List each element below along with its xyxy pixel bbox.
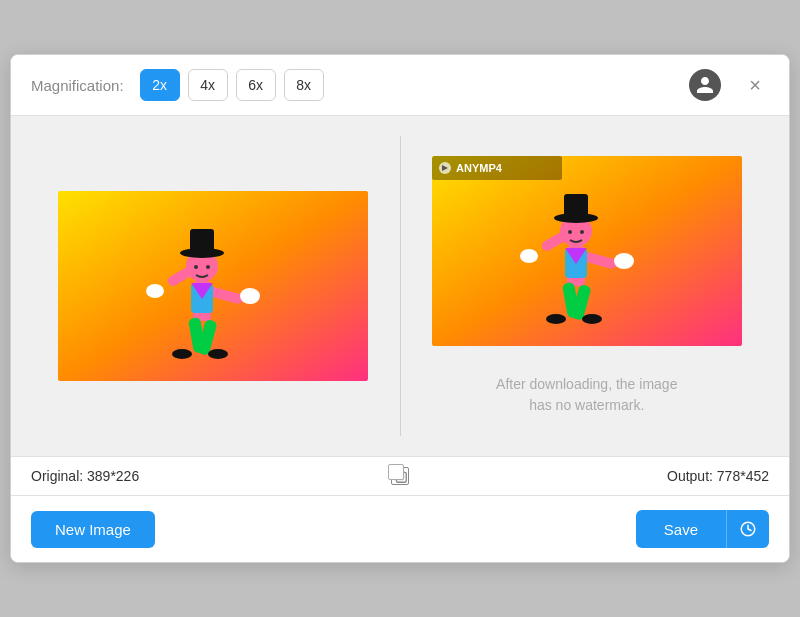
svg-rect-38 [396, 472, 406, 482]
svg-text:ANYMP4: ANYMP4 [456, 162, 503, 174]
history-icon [739, 520, 757, 538]
output-image: ANYMP4 [432, 156, 742, 346]
main-dialog: Magnification: 2x 4x 6x 8x × [10, 54, 790, 563]
copy-icon[interactable] [391, 467, 409, 485]
original-panel [31, 136, 396, 436]
save-group: Save [636, 510, 769, 548]
svg-point-6 [146, 284, 164, 298]
info-bar: Original: 389*226 Output: 778*452 [11, 456, 789, 496]
original-image-container [58, 191, 368, 381]
svg-point-13 [172, 349, 192, 359]
mag-btn-4x[interactable]: 4x [188, 69, 228, 101]
footer: New Image Save [11, 496, 789, 562]
mag-btn-8x[interactable]: 8x [284, 69, 324, 101]
new-image-button[interactable]: New Image [31, 511, 155, 548]
svg-point-33 [580, 230, 584, 234]
original-dimensions: Original: 389*226 [31, 468, 391, 484]
svg-point-25 [614, 253, 634, 269]
svg-point-16 [206, 265, 210, 269]
svg-rect-39 [394, 470, 404, 480]
svg-rect-21 [564, 194, 588, 220]
svg-point-14 [208, 349, 228, 359]
account-icon[interactable] [689, 69, 721, 101]
main-area: ANYMP4 After downloading, the image has … [11, 116, 789, 456]
output-panel: ANYMP4 After downloading, the image has … [405, 136, 770, 436]
watermark-note: After downloading, the image has no wate… [487, 374, 687, 416]
svg-rect-4 [190, 229, 214, 255]
svg-point-30 [546, 314, 566, 324]
original-image [58, 191, 368, 381]
panel-divider [400, 136, 401, 436]
svg-point-32 [568, 230, 572, 234]
mag-btn-6x[interactable]: 6x [236, 69, 276, 101]
mag-btn-2x[interactable]: 2x [140, 69, 180, 101]
svg-point-23 [520, 249, 538, 263]
save-button[interactable]: Save [636, 510, 726, 548]
magnification-label: Magnification: [31, 77, 124, 94]
output-image-container: ANYMP4 [432, 156, 742, 346]
svg-point-31 [582, 314, 602, 324]
close-button[interactable]: × [741, 71, 769, 99]
history-button[interactable] [726, 510, 769, 548]
svg-point-8 [240, 288, 260, 304]
magnification-buttons: 2x 4x 6x 8x [140, 69, 324, 101]
svg-point-15 [194, 265, 198, 269]
output-dimensions: Output: 778*452 [409, 468, 769, 484]
header: Magnification: 2x 4x 6x 8x × [11, 55, 789, 116]
